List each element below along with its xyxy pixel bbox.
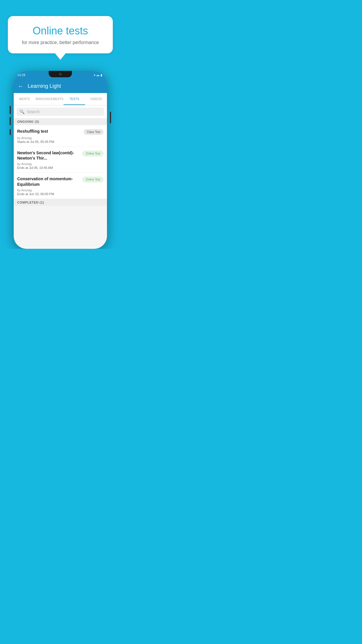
- ongoing-section-header: ONGOING (3): [14, 118, 107, 125]
- camera: [59, 73, 62, 76]
- tabs-bar: MENTS ANNOUNCEMENTS TESTS VIDEOS: [14, 93, 107, 105]
- test-badge: Online Test: [82, 151, 103, 156]
- wifi-icon: ▾: [94, 74, 95, 77]
- app-title: Learning Light: [28, 83, 61, 89]
- speech-bubble: Online tests for more practice, better p…: [8, 16, 113, 53]
- bubble-subtitle: for more practice, better performance: [15, 40, 106, 45]
- volume-down-button: [10, 117, 11, 125]
- status-icons: ▾ ▴▴ ▮: [94, 74, 102, 77]
- search-container: 🔍 Search: [14, 105, 107, 118]
- power-button: [10, 129, 11, 135]
- phone-device: 14:29 ▾ ▴▴ ▮ ← Learning Light MENTS ANNO…: [14, 71, 107, 249]
- bubble-title: Online tests: [15, 25, 106, 37]
- test-meta-time: Ends at Jul 06, 10:45 AM: [17, 166, 103, 169]
- test-name: Reshuffling test: [17, 129, 84, 134]
- tab-videos[interactable]: VIDEOS: [85, 93, 107, 105]
- app-bar: ← Learning Light: [14, 79, 107, 93]
- status-time: 14:29: [17, 73, 25, 77]
- tab-ments[interactable]: MENTS: [14, 93, 36, 105]
- search-icon: 🔍: [20, 109, 24, 114]
- side-button-right: [110, 112, 111, 123]
- test-meta-time: Starts at Jul 05, 05:45 PM: [17, 140, 103, 144]
- completed-section-header: COMPLETED (1): [14, 199, 107, 206]
- test-badge: Class Test: [84, 129, 103, 135]
- phone-wrapper: 14:29 ▾ ▴▴ ▮ ← Learning Light MENTS ANNO…: [11, 71, 110, 249]
- phone-screen: 14:29 ▾ ▴▴ ▮ ← Learning Light MENTS ANNO…: [14, 71, 107, 249]
- tab-announcements[interactable]: ANNOUNCEMENTS: [36, 93, 64, 105]
- test-meta-by: by Anurag: [17, 188, 103, 192]
- test-item-header: Newton's Second law(contd)-Newton's Thir…: [17, 150, 103, 161]
- test-meta-by: by Anurag: [17, 136, 103, 140]
- test-meta-time: Ends at Jun 10, 06:00 PM: [17, 192, 103, 196]
- back-button[interactable]: ←: [18, 83, 24, 90]
- test-item[interactable]: Reshuffling test Class Test by Anurag St…: [14, 125, 107, 147]
- test-item[interactable]: Newton's Second law(contd)-Newton's Thir…: [14, 147, 107, 173]
- speech-bubble-wrapper: Online tests for more practice, better p…: [8, 16, 113, 60]
- battery-icon: ▮: [101, 74, 102, 77]
- test-item-header: Reshuffling test Class Test: [17, 129, 103, 135]
- signal-icon: ▴▴: [96, 74, 99, 77]
- test-item[interactable]: Conservation of momentum-Equilibrium Onl…: [14, 173, 107, 199]
- tab-tests[interactable]: TESTS: [64, 93, 85, 105]
- test-item-header: Conservation of momentum-Equilibrium Onl…: [17, 176, 103, 187]
- test-name: Newton's Second law(contd)-Newton's Thir…: [17, 150, 82, 161]
- test-meta-by: by Anurag: [17, 162, 103, 166]
- bubble-tail: [55, 53, 66, 60]
- search-placeholder: Search: [27, 109, 40, 114]
- test-name: Conservation of momentum-Equilibrium: [17, 176, 82, 187]
- phone-notch: [49, 71, 72, 77]
- search-box[interactable]: 🔍 Search: [17, 108, 104, 116]
- volume-up-button: [10, 106, 11, 114]
- test-badge: Online Test: [82, 177, 103, 182]
- content-area: ONGOING (3) Reshuffling test Class Test …: [14, 118, 107, 249]
